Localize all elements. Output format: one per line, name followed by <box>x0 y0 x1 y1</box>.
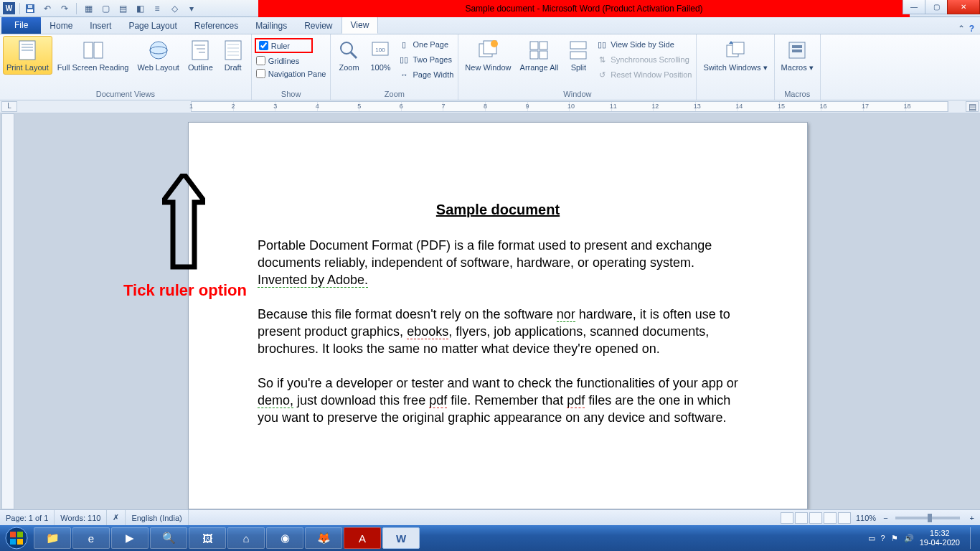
view-draft-icon[interactable] <box>838 512 851 524</box>
ruler-toggle-icon[interactable]: ▤ <box>966 101 979 112</box>
view-outline-icon[interactable] <box>824 512 837 524</box>
zoom-out-button[interactable]: − <box>880 514 890 522</box>
tab-insert[interactable]: Insert <box>81 18 120 34</box>
group-label <box>699 89 771 100</box>
taskbar-ie-icon[interactable]: e <box>72 527 110 549</box>
qat-grid-icon[interactable]: ▦ <box>81 1 95 16</box>
view-print-layout-icon[interactable] <box>781 512 793 524</box>
annotation-text: Tick ruler option <box>123 281 247 300</box>
taskbar-adobe-icon[interactable]: A <box>344 527 381 549</box>
view-side-by-side-button[interactable]: ▯▯View Side by Side <box>595 38 693 51</box>
qat-table-icon[interactable]: ▤ <box>116 1 130 16</box>
tab-review[interactable]: Review <box>296 18 341 34</box>
qat-more-icon[interactable]: ▾ <box>184 1 199 16</box>
svg-rect-32 <box>570 52 586 59</box>
zoom-in-button[interactable]: + <box>964 514 980 522</box>
ruler-strip: L 123456789101112131415161718 ▤ <box>0 100 980 113</box>
taskbar-photos-icon[interactable]: 🖼 <box>189 527 226 549</box>
print-layout-button[interactable]: Print Layout <box>3 36 52 75</box>
word-app-icon: W <box>3 2 15 14</box>
tab-selector[interactable]: L <box>1 101 17 112</box>
qat-color-icon[interactable]: ◧ <box>133 1 147 16</box>
zoom-button[interactable]: Zoom <box>334 36 364 75</box>
minimize-button[interactable]: — <box>903 0 925 14</box>
taskbar-chrome-icon[interactable]: ◉ <box>266 527 303 549</box>
ribbon-minimize-icon[interactable]: ⌃ <box>958 24 965 34</box>
maximize-button[interactable]: ▢ <box>925 0 948 14</box>
tray-help-icon[interactable]: ? <box>881 534 885 542</box>
switch-windows-button[interactable]: Switch Windows ▾ <box>699 36 771 75</box>
navigation-pane-checkbox[interactable]: Navigation Pane <box>255 68 328 79</box>
taskbar-word-icon[interactable]: W <box>382 527 420 549</box>
svg-rect-4 <box>22 44 33 45</box>
draft-button[interactable]: Draft <box>218 36 248 75</box>
tab-references[interactable]: References <box>186 18 247 34</box>
two-pages-button[interactable]: ▯▯Two Pages <box>397 53 455 66</box>
vertical-ruler[interactable] <box>1 113 14 509</box>
tab-view[interactable]: View <box>341 17 379 34</box>
outline-button[interactable]: Outline <box>184 36 217 75</box>
zoom-percent[interactable]: 110% <box>852 514 880 522</box>
taskbar: 📁 e ▶ 🔍 🖼 ⌂ ◉ 🦊 A W ▭ ? ⚑ 🔊 15:32 19-04-… <box>0 525 980 551</box>
annotation-arrow-icon <box>162 174 205 281</box>
redo-icon[interactable]: ↷ <box>57 1 72 16</box>
new-window-button[interactable]: New Window <box>461 36 514 75</box>
file-tab[interactable]: File <box>1 17 41 34</box>
view-full-screen-icon[interactable] <box>795 512 808 524</box>
split-button[interactable]: Split <box>563 36 593 75</box>
gridlines-checkbox-input[interactable] <box>256 56 265 65</box>
taskbar-hp-icon[interactable]: ⌂ <box>227 527 265 549</box>
view-web-layout-icon[interactable] <box>809 512 822 524</box>
tray-sound-icon[interactable]: 🔊 <box>904 534 914 543</box>
sync-scrolling-button: ⇅Synchronous Scrolling <box>595 53 693 66</box>
one-page-icon: ▯ <box>398 39 410 50</box>
svg-rect-27 <box>530 42 538 50</box>
zoom-slider[interactable] <box>895 517 960 519</box>
status-words[interactable]: Words: 110 <box>55 510 107 526</box>
tray-clock[interactable]: 15:32 19-04-2020 <box>920 529 960 547</box>
status-proofing[interactable]: ✗ <box>107 510 126 526</box>
tab-page-layout[interactable]: Page Layout <box>120 18 185 34</box>
svg-rect-34 <box>732 42 744 54</box>
undo-icon[interactable]: ↶ <box>40 1 55 16</box>
taskbar-firefox-icon[interactable]: 🦊 <box>305 527 342 549</box>
qat-borders-icon[interactable]: ▢ <box>98 1 113 16</box>
close-button[interactable]: ✕ <box>947 0 980 14</box>
help-icon[interactable]: ? <box>969 24 974 34</box>
save-icon[interactable] <box>23 1 37 16</box>
paragraph-2: Because this file format doesn't rely on… <box>258 306 738 357</box>
gridlines-checkbox[interactable]: Gridlines <box>255 55 301 66</box>
page-width-button[interactable]: ↔Page Width <box>397 68 455 81</box>
qat-align-icon[interactable]: ≡ <box>150 1 164 16</box>
status-language[interactable]: English (India) <box>126 510 188 526</box>
web-layout-button[interactable]: Web Layout <box>133 36 183 75</box>
full-screen-icon <box>82 39 105 62</box>
tab-mailings[interactable]: Mailings <box>247 18 296 34</box>
tab-home[interactable]: Home <box>41 18 81 34</box>
group-label: Zoom <box>334 89 455 100</box>
macros-button[interactable]: Macros ▾ <box>778 36 817 75</box>
status-page[interactable]: Page: 1 of 1 <box>0 510 55 526</box>
hundred-percent-button[interactable]: 100 100% <box>365 36 395 75</box>
ruler-checkbox[interactable]: Ruler <box>255 38 313 53</box>
show-desktop-button[interactable] <box>970 527 977 549</box>
page: Sample document Portable Document Format… <box>188 122 808 509</box>
full-screen-reading-button[interactable]: Full Screen Reading <box>54 36 133 75</box>
quick-access-toolbar: ↶ ↷ ▦ ▢ ▤ ◧ ≡ ◇ ▾ <box>22 1 200 16</box>
tray-battery-icon[interactable]: ▭ <box>868 534 875 543</box>
qat-shape-icon[interactable]: ◇ <box>167 1 182 16</box>
taskbar-app-icon[interactable]: 🔍 <box>150 527 187 549</box>
taskbar-media-player-icon[interactable]: ▶ <box>111 527 149 549</box>
tray-flag-icon[interactable]: ⚑ <box>891 534 898 543</box>
horizontal-ruler[interactable]: 123456789101112131415161718 <box>191 101 948 112</box>
svg-rect-43 <box>17 539 23 545</box>
one-page-button[interactable]: ▯One Page <box>397 38 455 51</box>
nav-pane-checkbox-input[interactable] <box>256 69 265 78</box>
taskbar-explorer-icon[interactable]: 📁 <box>34 527 71 549</box>
arrange-all-button[interactable]: Arrange All <box>517 36 562 75</box>
group-label: Macros <box>778 89 817 100</box>
svg-rect-11 <box>192 41 208 60</box>
start-button[interactable] <box>0 525 33 551</box>
macros-icon <box>786 39 809 62</box>
ruler-checkbox-input[interactable] <box>259 41 268 50</box>
